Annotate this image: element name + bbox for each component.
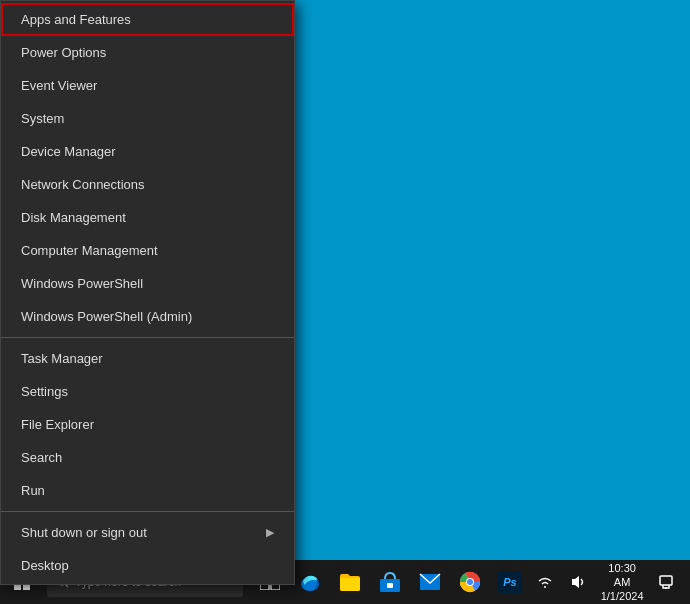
menu-item-label-event-viewer: Event Viewer bbox=[21, 78, 97, 93]
menu-item-file-explorer[interactable]: File Explorer bbox=[1, 408, 294, 441]
menu-item-disk-management[interactable]: Disk Management bbox=[1, 201, 294, 234]
menu-item-task-manager[interactable]: Task Manager bbox=[1, 342, 294, 375]
menu-item-device-manager[interactable]: Device Manager bbox=[1, 135, 294, 168]
menu-item-search[interactable]: Search bbox=[1, 441, 294, 474]
taskbar-clock[interactable]: 10:30 AM 1/1/2024 bbox=[595, 561, 648, 604]
menu-item-computer-management[interactable]: Computer Management bbox=[1, 234, 294, 267]
menu-item-label-device-manager: Device Manager bbox=[21, 144, 116, 159]
menu-item-shut-down[interactable]: Shut down or sign out▶ bbox=[1, 516, 294, 549]
taskbar-notification-icon[interactable] bbox=[651, 560, 682, 604]
menu-item-label-run: Run bbox=[21, 483, 45, 498]
menu-item-label-search: Search bbox=[21, 450, 62, 465]
menu-item-power-options[interactable]: Power Options bbox=[1, 36, 294, 69]
context-menu: Apps and FeaturesPower OptionsEvent View… bbox=[0, 0, 295, 585]
separator-after-run bbox=[1, 511, 294, 512]
menu-item-label-file-explorer: File Explorer bbox=[21, 417, 94, 432]
menu-item-label-windows-powershell: Windows PowerShell bbox=[21, 276, 143, 291]
menu-item-label-windows-powershell-admin: Windows PowerShell (Admin) bbox=[21, 309, 192, 324]
menu-item-label-task-manager: Task Manager bbox=[21, 351, 103, 366]
menu-item-label-settings: Settings bbox=[21, 384, 68, 399]
desktop: Perso... Chr... Apps and FeaturesPower O… bbox=[0, 0, 690, 604]
menu-item-apps-features[interactable]: Apps and Features bbox=[1, 3, 294, 36]
taskbar-edge[interactable] bbox=[291, 560, 329, 604]
menu-item-system[interactable]: System bbox=[1, 102, 294, 135]
menu-item-label-system: System bbox=[21, 111, 64, 126]
menu-item-label-power-options: Power Options bbox=[21, 45, 106, 60]
menu-item-label-desktop: Desktop bbox=[21, 558, 69, 573]
svg-rect-18 bbox=[660, 576, 672, 585]
taskbar-folder[interactable] bbox=[331, 560, 369, 604]
taskbar-chrome[interactable] bbox=[451, 560, 489, 604]
menu-item-run[interactable]: Run bbox=[1, 474, 294, 507]
menu-item-windows-powershell[interactable]: Windows PowerShell bbox=[1, 267, 294, 300]
menu-item-label-network-connections: Network Connections bbox=[21, 177, 145, 192]
svg-rect-13 bbox=[387, 583, 393, 588]
menu-item-arrow-shut-down: ▶ bbox=[266, 526, 274, 539]
taskbar-volume-icon[interactable] bbox=[562, 560, 593, 604]
menu-item-desktop[interactable]: Desktop bbox=[1, 549, 294, 582]
taskbar-photoshop[interactable]: Ps bbox=[491, 560, 529, 604]
menu-item-windows-powershell-admin[interactable]: Windows PowerShell (Admin) bbox=[1, 300, 294, 333]
menu-item-label-shut-down: Shut down or sign out bbox=[21, 525, 147, 540]
taskbar-network-icon[interactable] bbox=[529, 560, 560, 604]
menu-item-label-computer-management: Computer Management bbox=[21, 243, 158, 258]
separator-after-windows-powershell-admin bbox=[1, 337, 294, 338]
menu-item-network-connections[interactable]: Network Connections bbox=[1, 168, 294, 201]
menu-item-settings[interactable]: Settings bbox=[1, 375, 294, 408]
menu-item-label-apps-features: Apps and Features bbox=[21, 12, 131, 27]
menu-item-event-viewer[interactable]: Event Viewer bbox=[1, 69, 294, 102]
taskbar-store[interactable] bbox=[371, 560, 409, 604]
menu-item-label-disk-management: Disk Management bbox=[21, 210, 126, 225]
taskbar-mail[interactable] bbox=[411, 560, 449, 604]
svg-point-17 bbox=[467, 579, 473, 585]
taskbar-right-area: 10:30 AM 1/1/2024 bbox=[529, 560, 690, 604]
